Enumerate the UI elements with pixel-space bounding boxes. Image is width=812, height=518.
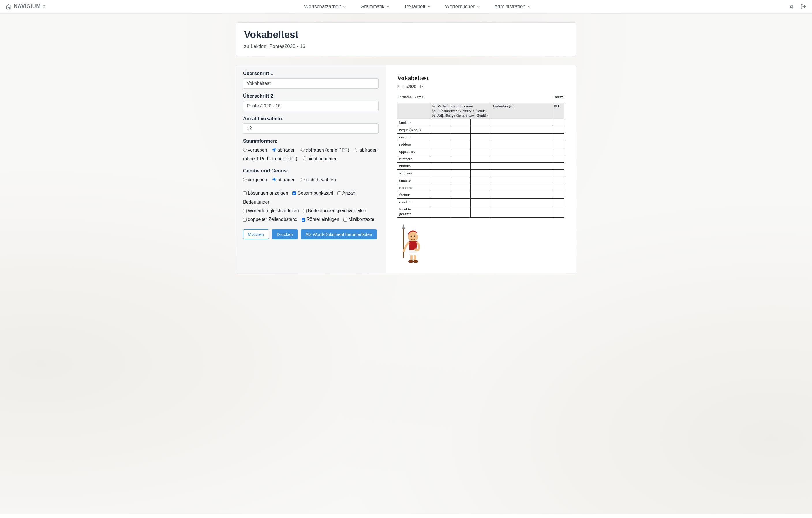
table-row: nūntius	[397, 163, 564, 170]
chevron-down-icon	[386, 5, 390, 9]
heading2-input[interactable]	[243, 101, 379, 111]
table-row: laudāre	[397, 119, 564, 127]
empty-cell	[491, 119, 552, 127]
checkbox-block: Lösungen anzeigen Gesamtpunktzahl Anzahl…	[243, 189, 379, 224]
navbar: NAVIGIUM® Wortschatzarbeit Grammatik Tex…	[0, 0, 812, 13]
preview-name-label: Vorname, Name:	[397, 95, 425, 100]
nav-item-textarbeit[interactable]: Textarbeit	[404, 4, 431, 9]
cb-minikontexte[interactable]	[343, 218, 347, 222]
table-row: neque (Konj.)	[397, 127, 564, 134]
brand-link[interactable]: NAVIGIUM®	[6, 3, 45, 9]
table-row: facinus	[397, 191, 564, 199]
empty-cell	[450, 155, 471, 163]
empty-cell	[450, 177, 471, 184]
th-meanings: Bedeutungen	[491, 103, 552, 119]
word-cell: condere	[397, 199, 430, 206]
empty-cell	[450, 119, 471, 127]
empty-cell	[552, 148, 564, 155]
empty-cell	[471, 141, 491, 148]
page-subtitle: zu Lektion: Pontes2020 - 16	[244, 44, 568, 49]
mix-button[interactable]: Mischen	[243, 229, 269, 239]
preview-date-label: Datum:	[552, 95, 564, 100]
empty-cell	[491, 191, 552, 199]
heading2-label: Überschrift 2:	[243, 93, 379, 99]
gg-radio-abfragen[interactable]	[272, 178, 276, 181]
empty-cell	[552, 191, 564, 199]
cb-bedeutungen-gleich[interactable]	[303, 209, 307, 213]
empty-cell	[552, 155, 564, 163]
empty-cell	[552, 119, 564, 127]
empty-cell	[450, 191, 471, 199]
gg-radio-nicht-beachten[interactable]	[301, 178, 305, 181]
sound-icon[interactable]	[790, 4, 796, 9]
gg-radio-vorgeben[interactable]	[243, 178, 247, 181]
count-label: Anzahl Vokabeln:	[243, 116, 379, 121]
stammformen-label: Stammformen:	[243, 138, 379, 144]
count-input[interactable]	[243, 123, 379, 134]
sf-radio-abfragen-ohne-perf[interactable]	[355, 148, 358, 152]
table-row: reddere	[397, 141, 564, 148]
svg-point-5	[416, 233, 419, 235]
nav-item-wortschatz[interactable]: Wortschatzarbeit	[304, 4, 347, 9]
cb-roemer[interactable]	[301, 218, 305, 222]
empty-cell	[471, 119, 491, 127]
sf-radio-abfragen-ohne-ppp[interactable]	[301, 148, 305, 152]
empty-cell	[491, 163, 552, 170]
chevron-down-icon	[476, 5, 481, 9]
empty-cell	[430, 206, 451, 218]
chevron-down-icon	[343, 5, 347, 9]
empty-cell	[552, 134, 564, 141]
cb-wortarten[interactable]	[243, 209, 247, 213]
logout-icon[interactable]	[801, 4, 806, 9]
nav-item-woerterbuecher[interactable]: Wörterbücher	[445, 4, 481, 9]
empty-cell	[450, 206, 471, 218]
th-word	[397, 103, 430, 119]
page-header: Vokabeltest zu Lektion: Pontes2020 - 16	[236, 22, 576, 56]
empty-cell	[491, 155, 552, 163]
svg-point-7	[414, 236, 415, 237]
cb-loesungen[interactable]	[243, 191, 247, 195]
empty-cell	[430, 119, 451, 127]
preview-subtitle: Pontes2020 - 16	[397, 85, 564, 89]
empty-cell	[471, 163, 491, 170]
empty-cell	[491, 134, 552, 141]
stammformen-options: vorgeben abfragen abfragen (ohne PPP) ab…	[243, 146, 379, 163]
empty-cell	[450, 199, 471, 206]
empty-cell	[471, 134, 491, 141]
genitiv-label: Genitiv und Genus:	[243, 168, 379, 174]
word-cell: neque (Konj.)	[397, 127, 430, 134]
home-icon	[6, 4, 11, 9]
empty-cell	[491, 184, 552, 191]
empty-cell	[450, 148, 471, 155]
cb-gesamtpunktzahl[interactable]	[292, 191, 296, 195]
word-cell: opprimere	[397, 148, 430, 155]
empty-cell	[430, 191, 451, 199]
sf-radio-vorgeben[interactable]	[243, 148, 247, 152]
brand-sup: ®	[43, 5, 45, 8]
empty-cell	[471, 177, 491, 184]
table-row: rumpere	[397, 155, 564, 163]
empty-cell	[430, 127, 451, 134]
word-cell: reddere	[397, 141, 430, 148]
svg-point-11	[408, 260, 413, 263]
cb-anzahl-bedeutungen[interactable]	[337, 191, 341, 195]
nav-item-grammatik[interactable]: Grammatik	[360, 4, 390, 9]
th-points: Pkt	[552, 103, 564, 119]
empty-cell	[471, 148, 491, 155]
word-cell: tangere	[397, 177, 430, 184]
sf-radio-abfragen[interactable]	[272, 148, 276, 152]
empty-cell	[430, 170, 451, 177]
genitiv-options: vorgeben abfragen nicht beachten	[243, 175, 379, 184]
print-button[interactable]: Drucken	[272, 229, 298, 239]
empty-cell	[450, 170, 471, 177]
table-row: remittere	[397, 184, 564, 191]
sf-radio-nicht-beachten[interactable]	[303, 157, 307, 160]
preview-title: Vokabeltest	[397, 74, 564, 82]
empty-cell	[450, 127, 471, 134]
empty-cell	[450, 141, 471, 148]
heading1-input[interactable]	[243, 78, 379, 89]
word-download-button[interactable]: Als Word-Dokument herunterladen	[301, 229, 377, 239]
nav-item-administration[interactable]: Administration	[494, 4, 531, 9]
cb-zeilenabstand[interactable]	[243, 218, 247, 222]
empty-cell	[471, 206, 491, 218]
